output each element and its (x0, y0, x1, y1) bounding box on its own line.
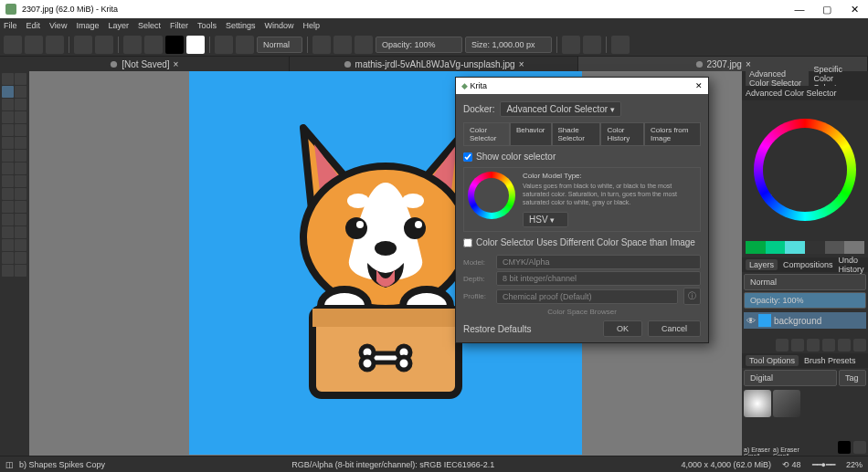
pattern-button[interactable] (144, 36, 163, 54)
shade-strip[interactable] (746, 241, 864, 256)
assist-tool[interactable] (2, 188, 14, 200)
profile-info[interactable]: ⓘ (683, 288, 701, 305)
menu-tools[interactable]: Tools (197, 21, 217, 30)
open-button[interactable] (25, 36, 43, 54)
sel-rect-tool[interactable] (2, 214, 14, 226)
preset-2[interactable] (773, 390, 800, 417)
tab-fromimage[interactable]: Colors from Image (644, 122, 701, 145)
cancel-button[interactable]: Cancel (648, 320, 701, 337)
dialog-close[interactable]: ✕ (695, 81, 703, 90)
save-button[interactable] (46, 36, 64, 54)
props[interactable] (838, 339, 851, 351)
crop-tool[interactable] (15, 201, 26, 213)
pattern-tool[interactable] (15, 163, 26, 174)
ok-button[interactable]: OK (603, 320, 642, 337)
toolopt-tab[interactable]: Tool Options (746, 355, 799, 366)
menu-filter[interactable]: Filter (170, 21, 188, 30)
menu-layer[interactable]: Layer (108, 21, 129, 30)
reload-brush[interactable] (355, 36, 373, 54)
sel-free-tool[interactable] (15, 226, 26, 238)
menu-image[interactable]: Image (76, 21, 99, 30)
menu-settings[interactable]: Settings (226, 21, 256, 30)
status-zoom[interactable]: 22% (846, 460, 863, 469)
tab-unsplash[interactable]: mathis-jrdl-5vAhL8WJaVg-unsplash.jpg× (290, 57, 579, 71)
gradient-button[interactable] (123, 36, 142, 54)
menu-file[interactable]: File (4, 21, 17, 30)
color-picker-tool[interactable] (2, 175, 14, 187)
menu-window[interactable]: Window (264, 21, 293, 30)
bezier-tool[interactable] (2, 124, 14, 136)
tag-filter[interactable]: Tag (839, 370, 866, 386)
dup-layer[interactable] (791, 339, 804, 351)
layer-row[interactable]: 👁 background (744, 312, 866, 329)
brush-preset[interactable] (215, 36, 233, 54)
move-tool[interactable] (2, 73, 14, 85)
profile-select[interactable]: Chemical proof (Default) (496, 289, 678, 304)
text-tool[interactable] (15, 150, 26, 162)
close-button[interactable]: ✕ (841, 0, 868, 18)
menu-select[interactable]: Select (138, 21, 161, 30)
preset-filter[interactable]: Digital (744, 370, 837, 386)
docker-select[interactable]: Advanced Color Selector ▾ (500, 101, 620, 117)
alpha-lock[interactable] (333, 36, 352, 54)
brushp-tab[interactable]: Brush Presets (804, 356, 856, 365)
undo-tab[interactable]: Undo History (839, 256, 864, 274)
move-down[interactable] (822, 339, 835, 351)
storage[interactable] (853, 441, 866, 454)
sel-contig-tool[interactable] (2, 239, 14, 251)
sel-bezier-tool[interactable] (2, 252, 14, 264)
zoom-tool[interactable] (2, 265, 14, 277)
tab-shade[interactable]: Shade Selector (552, 122, 601, 145)
depth-select[interactable]: 8 bit integer/channel (496, 271, 701, 286)
mini-wheel[interactable] (468, 172, 515, 219)
tab-colorselector[interactable]: Color Selector (463, 122, 510, 145)
add-layer[interactable] (776, 339, 789, 351)
menu-help[interactable]: Help (303, 21, 321, 30)
blend-mode[interactable]: Normal (257, 37, 302, 53)
rect-tool[interactable] (2, 99, 14, 110)
fg-color[interactable] (165, 36, 184, 54)
line-tool[interactable] (15, 86, 26, 98)
gradient-tool[interactable] (2, 163, 14, 174)
sel-ellipse-tool[interactable] (15, 214, 26, 226)
diff-cs-check[interactable]: Color Selector Uses Different Color Spac… (463, 237, 701, 247)
transform-tool[interactable] (15, 73, 26, 85)
visibility-icon[interactable]: 👁 (746, 316, 756, 326)
ellipse-tool[interactable] (15, 99, 26, 110)
move-up[interactable] (807, 339, 820, 351)
layer-blend[interactable]: Normal (744, 274, 866, 290)
menu-view[interactable]: View (49, 21, 67, 30)
undo-button[interactable] (74, 36, 92, 54)
ref-tool[interactable] (2, 201, 14, 213)
sel-similar-tool[interactable] (15, 239, 26, 251)
mirror-v[interactable] (583, 36, 601, 54)
angle-icon[interactable]: ⟲ 48 (782, 460, 801, 469)
brush-ed[interactable] (236, 36, 254, 54)
fill-tool[interactable] (15, 175, 26, 187)
comp-tab[interactable]: Compositions (783, 260, 833, 269)
redo-button[interactable] (95, 36, 113, 54)
brush-tool[interactable] (2, 86, 14, 98)
color-wheel[interactable] (742, 100, 868, 239)
hsv-select[interactable]: HSV ▾ (523, 212, 568, 227)
minimize-button[interactable]: — (786, 0, 813, 18)
layers-tab[interactable]: Layers (746, 259, 778, 270)
dyna-tool[interactable] (2, 137, 14, 149)
bg-color[interactable] (186, 36, 205, 54)
show-cs-check[interactable]: Show color selector (463, 152, 701, 162)
pan-tool[interactable] (15, 265, 26, 277)
polygon-tool[interactable] (2, 111, 14, 123)
multi-tool[interactable] (15, 137, 26, 149)
model-select[interactable]: CMYK/Alpha (496, 255, 701, 269)
tab-behavior[interactable]: Behavior (510, 122, 552, 145)
tab-history[interactable]: Color History (600, 122, 644, 145)
polyline-tool[interactable] (15, 111, 26, 123)
restore-defaults[interactable]: Restore Defaults (463, 324, 531, 334)
freehand-tool[interactable] (15, 124, 26, 136)
maximize-button[interactable]: ▢ (813, 0, 841, 18)
fg-swatch[interactable] (838, 441, 851, 454)
del-layer[interactable] (853, 339, 866, 351)
sel-magnet-tool[interactable] (15, 252, 26, 264)
zoom-slider[interactable]: ━━●━━ (812, 460, 835, 469)
workspace[interactable] (611, 36, 630, 54)
